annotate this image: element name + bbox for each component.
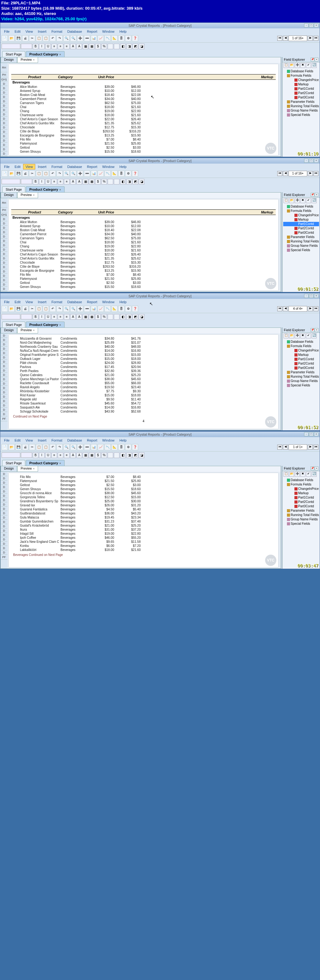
exp-tb-5[interactable]: 🔄 [312,198,317,203]
fmt-btn-12[interactable] [107,314,113,320]
menu-database[interactable]: Database [65,438,85,443]
tree-running-total[interactable]: Running Total Fields [283,513,319,517]
toolbar-btn-0[interactable]: 📄 [2,306,8,312]
tab-close-icon[interactable]: × [59,323,61,326]
menu-window[interactable]: Window [100,438,117,443]
fmt-btn-11[interactable]: % [101,179,107,185]
fmt-btn-6[interactable]: A [70,314,76,320]
exp-tb-0[interactable]: 📋 [283,472,288,477]
maximize-button[interactable]: □ [309,159,314,163]
fmt-btn-1[interactable]: I [39,452,45,458]
toolbar-btn-12[interactable]: ➖ [84,306,90,312]
exp-tb-1[interactable]: 📂 [289,198,294,203]
toolbar-btn-17[interactable]: 🗄 [118,35,125,41]
menu-edit[interactable]: Edit [12,29,23,34]
nav-first[interactable]: ⏮ [277,445,282,450]
subtab-design[interactable]: Design [1,466,17,472]
tree-formula-fields[interactable]: Formula Fields [283,344,319,348]
fmt-btn-10[interactable]: $ [95,314,101,320]
tree-group-name[interactable]: Group Name Fields [283,517,319,522]
fmt-btn-4[interactable]: ≡ [58,44,63,49]
tree-formula-f_p2[interactable]: Part2Contd [283,500,319,504]
fmt-btn-1[interactable]: I [39,44,45,49]
toolbar-btn-18[interactable]: ⚙ [125,35,131,41]
tree-formula-fields[interactable]: Formula Fields [283,209,319,213]
toolbar-btn-8[interactable]: ↷ [56,170,63,177]
toolbar-btn-13[interactable]: 📊 [91,306,97,312]
fmt-btn-14[interactable]: ◧ [120,452,126,458]
font-name-field[interactable] [2,179,20,184]
toolbar-btn-17[interactable]: 🗄 [118,444,125,450]
tree-group-name[interactable]: Group Name Fields [283,108,319,113]
tree-parameter-fields[interactable]: Parameter Fields [283,100,319,104]
toolbar-btn-4[interactable]: ✂ [29,170,35,177]
toolbar-btn-18[interactable]: ⚙ [125,306,131,312]
exp-tb-4[interactable]: ✔ [306,198,311,203]
fmt-btn-14[interactable]: ◧ [120,314,126,320]
fmt-btn-2[interactable]: U [45,44,51,49]
subtab-design[interactable]: Design [1,328,17,333]
exp-tb-1[interactable]: 📂 [289,472,294,477]
menu-database[interactable]: Database [65,164,85,170]
toolbar-btn-5[interactable]: 📋 [36,35,42,41]
toolbar-btn-14[interactable]: 📈 [98,35,104,41]
fmt-btn-12[interactable] [107,179,113,185]
tree-formula-f_p1[interactable]: Part1Contd [283,495,319,500]
tree-formula-f_p1[interactable]: Part1Contd [283,357,319,361]
exp-tb-2[interactable]: ➕ [295,63,300,68]
toolbar-btn-3[interactable]: 🖨 [22,306,29,312]
toolbar-btn-5[interactable]: 📋 [36,444,42,450]
fmt-btn-14[interactable]: ◧ [120,44,126,49]
menu-format[interactable]: Format [49,299,65,305]
fmt-btn-17[interactable]: ◪ [139,452,144,458]
toolbar-btn-1[interactable]: 📂 [8,35,14,41]
toolbar-btn-6[interactable]: 📋 [43,35,49,41]
fmt-btn-6[interactable]: A [70,44,76,49]
exp-tb-3[interactable]: ✖ [300,333,306,339]
menu-database[interactable]: Database [65,29,85,34]
menu-edit[interactable]: Edit [12,299,23,305]
menu-file[interactable]: File [2,29,12,34]
fmt-btn-8[interactable]: ▦ [83,314,88,320]
toolbar-btn-13[interactable]: 📊 [91,35,97,41]
toolbar-btn-19[interactable]: ❓ [132,35,138,41]
tree-db-fields[interactable]: Database Fields [283,478,319,482]
toolbar-btn-10[interactable]: 🔍 [70,35,77,41]
fmt-btn-2[interactable]: U [45,314,51,320]
toolbar-btn-11[interactable]: ➕ [77,444,83,450]
fmt-btn-17[interactable]: ◪ [139,179,144,185]
toolbar-btn-2[interactable]: 💾 [15,170,21,177]
toolbar-btn-9[interactable]: 🔍 [63,170,70,177]
tree-special-fields[interactable]: Special Fields [283,248,319,252]
toolbar-btn-9[interactable]: 🔍 [63,306,70,312]
close-button[interactable]: × [314,159,318,163]
subtab-close-icon[interactable]: × [33,329,35,332]
exp-tb-3[interactable]: ✖ [300,472,306,477]
fmt-btn-6[interactable]: A [70,179,76,185]
subtab-design[interactable]: Design [1,192,17,198]
fmt-btn-6[interactable]: A [70,452,76,458]
explorer-close-icon[interactable]: × [315,466,318,470]
maximize-button[interactable]: □ [309,432,314,436]
toolbar-btn-5[interactable]: 📋 [36,306,42,312]
fmt-btn-16[interactable]: ◩ [133,179,138,185]
nav-next[interactable]: ▶ [308,171,313,176]
maximize-button[interactable]: □ [309,23,314,27]
fmt-btn-0[interactable]: B [33,452,38,458]
menu-format[interactable]: Format [49,438,65,443]
toolbar-btn-7[interactable]: ↶ [50,35,56,41]
fmt-btn-1[interactable]: I [39,179,45,185]
tree-formula-f_p3[interactable]: Part3Contd [283,366,319,370]
menu-window[interactable]: Window [100,29,117,34]
toolbar-btn-18[interactable]: ⚙ [125,170,131,177]
toolbar-btn-2[interactable]: 💾 [15,444,21,450]
font-size-field[interactable] [21,452,32,458]
exp-tb-3[interactable]: ✖ [300,63,306,68]
tree-special-fields[interactable]: Special Fields [283,113,319,117]
nav-last[interactable]: ⏭ [314,171,318,176]
menu-file[interactable]: File [2,299,12,305]
explorer-pin-icon[interactable]: 📌 [310,466,314,470]
menu-file[interactable]: File [2,164,12,170]
close-button[interactable]: × [314,432,318,436]
fmt-btn-12[interactable] [107,44,113,49]
